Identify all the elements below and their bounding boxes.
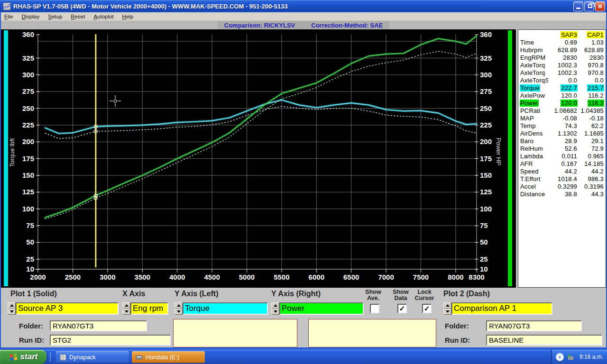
spin-down-icon[interactable] [271,309,279,315]
svg-text:50: 50 [480,238,488,246]
dynapack-icon [60,354,66,361]
right-folder-input[interactable]: RYAN07GT3 [486,320,582,331]
start-label: start [20,352,38,362]
correction-method-label: Correction-Method: SAE [311,22,383,29]
svg-text:100: 100 [22,205,34,213]
yright-spinner [271,302,279,315]
menu-help[interactable]: Help [118,13,138,20]
task-hondata[interactable]: Hondata (E:) [132,351,205,363]
taskbar-grip[interactable] [49,352,52,362]
svg-text:175: 175 [480,155,492,163]
task-dynapack[interactable]: Dynapack [56,351,129,363]
data-panel-header: SAP3 CAP1 [520,31,604,38]
taskbar-clock[interactable]: 9:16 a.m. [579,354,603,360]
left-run-id-label: Run ID: [19,336,44,344]
start-button[interactable]: start [0,350,46,364]
svg-text:6500: 6500 [343,273,359,281]
spin-up-icon[interactable] [8,302,16,309]
svg-text:25: 25 [26,255,34,263]
svg-text:Power HP: Power HP [495,138,502,166]
left-notes-box[interactable] [173,319,297,347]
svg-text:5500: 5500 [274,273,289,281]
svg-text:75: 75 [480,221,488,229]
spin-down-icon[interactable] [443,309,451,315]
svg-text:250: 250 [480,104,492,112]
svg-text:2000: 2000 [30,273,46,281]
data-row-torque: Torque222.7215.7 [520,84,604,91]
task-label: Hondata (E:) [146,354,179,361]
menu-reset[interactable]: Reset [66,13,89,20]
data-row-map: MAP-0.08-0.18 [520,114,604,122]
svg-text:4500: 4500 [204,273,220,281]
xaxis-spinner [122,302,130,315]
menu-file[interactable]: File [0,13,18,20]
svg-text:7500: 7500 [413,273,429,281]
menu-autoplot[interactable]: Autoplot [89,13,118,20]
svg-text:250: 250 [22,104,34,112]
yleft-spinner [175,302,183,315]
close-button[interactable]: ✕ [595,1,605,11]
menu-setup[interactable]: Setup [44,13,66,20]
column-sap3: SAP3 [561,31,578,38]
plot2-label: Plot 2 (Dash) [443,290,490,298]
data-row-time: Time0.691.03 [520,38,604,46]
svg-text:125: 125 [22,188,34,196]
data-row-distance: Distance38.844.3 [520,190,604,198]
data-row-airdens: AirDens1.13021.1685 [520,129,604,137]
svg-text:150: 150 [480,171,492,179]
menu-display[interactable]: Display [18,13,44,20]
data-row-afr: AFR0.16714.185 [520,160,604,167]
spin-down-icon[interactable] [8,309,16,315]
restore-button[interactable] [584,1,594,11]
spin-up-icon[interactable] [443,302,451,309]
xaxis-label: X Axis [122,290,145,298]
svg-text:Torque lbft: Torque lbft [9,138,16,167]
plot2-select[interactable]: Comparison AP 1 [451,302,552,315]
restore-icon [588,4,592,8]
safely-remove-hardware-icon[interactable] [567,354,574,361]
yleft-select[interactable]: Torque [183,302,268,315]
svg-text:200: 200 [22,137,34,146]
window-title: RHAS-SP V1.7-05B (4WD - Motor Vehicle 20… [13,3,288,10]
system-tray: ‹ 9:16 a.m. [551,350,607,364]
svg-text:360: 360 [480,30,492,38]
spin-down-icon[interactable] [122,309,130,315]
svg-text:7000: 7000 [378,273,394,281]
svg-text:25: 25 [480,255,488,263]
svg-text:225: 225 [480,121,492,129]
svg-text:3000: 3000 [100,273,115,281]
yleft-label: Y Axis (Left) [175,290,218,298]
svg-text:4000: 4000 [169,273,185,281]
drive-icon [136,355,143,360]
spin-up-icon[interactable] [122,302,130,309]
right-notes-box[interactable] [308,319,436,347]
tray-collapse-icon[interactable]: ‹ [556,353,564,361]
plot1-select[interactable]: Source AP 3 [16,302,119,315]
comparison-label: Comparison: RICKYLSV [224,22,295,29]
data-row-baro: Baro28.929.1 [520,137,604,145]
minimize-button[interactable] [573,1,583,11]
yright-select[interactable]: Power [279,302,364,315]
spin-down-icon[interactable] [175,309,183,315]
svg-text:325: 325 [22,54,34,62]
plot1-label: Plot 1 (Solid) [10,290,57,298]
column-cap1: CAP1 [587,31,604,38]
lock-cursor-checkbox[interactable]: ✓ [422,304,432,313]
spin-up-icon[interactable] [175,302,183,309]
data-row-speed: Speed44.244.2 [520,167,604,175]
data-row-lambda: Lambda0.0110.965 [520,152,604,160]
dyno-chart[interactable]: 2000250030003500400045005000550060006500… [0,29,516,288]
left-folder-input[interactable]: RYAN07GT3 [50,320,147,331]
app-icon [3,2,11,10]
spin-up-icon[interactable] [271,302,279,309]
right-run-id-input[interactable]: BASELINE [486,335,602,346]
svg-text:50: 50 [26,238,34,246]
xaxis-select[interactable]: Eng rpm [130,302,168,315]
window-border-left [0,12,1,347]
menu-bar: FileDisplaySetupResetAutoplotHelp [0,12,607,21]
task-label: Dynapack [69,354,96,361]
left-run-id-input[interactable]: STG2 [50,335,171,346]
svg-text:8000: 8000 [448,273,463,281]
show-data-checkbox[interactable]: ✓ [397,304,407,313]
show-ave-checkbox[interactable] [370,304,379,313]
